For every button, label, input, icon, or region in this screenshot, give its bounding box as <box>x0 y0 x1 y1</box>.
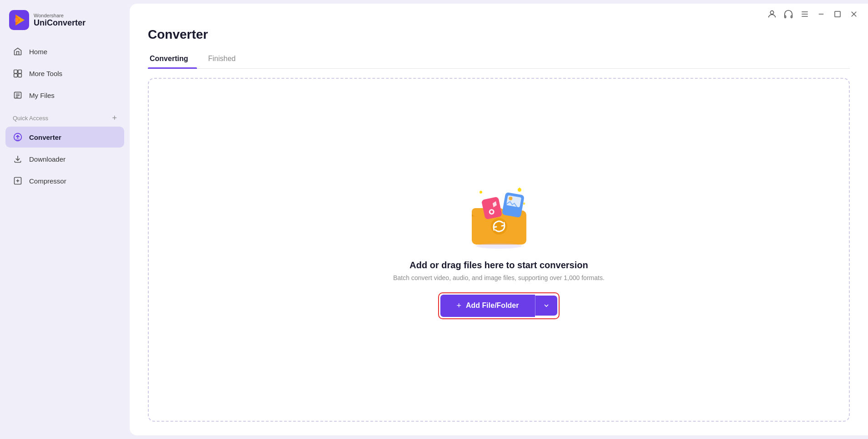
sidebar-nav: Home More Tools <box>0 41 130 191</box>
quick-access-add-button[interactable]: + <box>112 114 117 122</box>
sidebar-item-home-label: Home <box>29 48 47 56</box>
quick-access-section: Quick Access + <box>5 107 124 126</box>
converter-icon <box>13 132 23 142</box>
sidebar-item-my-files-label: My Files <box>29 92 55 99</box>
downloader-icon <box>13 154 23 164</box>
drop-main-text: Add or drag files here to start conversi… <box>409 260 588 271</box>
menu-icon[interactable] <box>800 9 810 19</box>
svg-rect-24 <box>835 11 840 17</box>
title-bar-icons <box>767 9 859 19</box>
my-files-icon <box>13 90 23 100</box>
close-icon[interactable] <box>849 9 859 19</box>
compressor-icon <box>13 176 23 186</box>
add-file-plus-icon: + <box>457 301 462 311</box>
sidebar-item-downloader[interactable]: Downloader <box>5 148 124 169</box>
quick-access-label: Quick Access <box>13 115 48 122</box>
sidebar-item-more-tools-label: More Tools <box>29 70 62 77</box>
chevron-down-icon <box>543 302 550 309</box>
headset-icon[interactable] <box>783 9 793 19</box>
sidebar-item-home[interactable]: Home <box>5 41 124 62</box>
svg-rect-19 <box>791 16 792 18</box>
svg-point-29 <box>523 202 525 204</box>
svg-rect-7 <box>18 74 22 77</box>
sidebar-item-compressor[interactable]: Compressor <box>5 170 124 191</box>
sidebar-item-more-tools[interactable]: More Tools <box>5 63 124 84</box>
main-content: Converter Converting Finished ✦ ✦ <box>130 4 868 435</box>
svg-rect-6 <box>14 74 18 77</box>
sidebar-item-converter[interactable]: Converter <box>5 127 124 148</box>
sidebar: Wondershare UniConverter Home <box>0 0 130 439</box>
drop-illustration: ✦ ✦ <box>463 181 535 249</box>
tab-finished[interactable]: Finished <box>206 50 244 68</box>
add-file-dropdown-button[interactable] <box>535 296 557 316</box>
logo-text: Wondershare UniConverter <box>34 13 86 28</box>
svg-point-41 <box>476 243 522 249</box>
add-file-label: Add File/Folder <box>466 301 519 310</box>
drop-sub-text: Batch convert video, audio, and image fi… <box>393 274 605 281</box>
svg-point-3 <box>14 18 19 22</box>
sidebar-item-converter-label: Converter <box>29 133 61 141</box>
svg-text:✦: ✦ <box>517 186 522 192</box>
logo-top: Wondershare <box>34 13 86 18</box>
logo-area: Wondershare UniConverter <box>0 0 130 41</box>
tab-converting[interactable]: Converting <box>148 50 197 68</box>
maximize-icon[interactable] <box>833 9 843 19</box>
tabs: Converting Finished <box>148 50 850 69</box>
sidebar-item-downloader-label: Downloader <box>29 155 66 163</box>
app-logo-icon <box>9 10 29 30</box>
sidebar-item-compressor-label: Compressor <box>29 177 66 185</box>
svg-rect-4 <box>14 70 18 74</box>
page-header: Converter <box>130 19 868 50</box>
user-profile-icon[interactable] <box>767 9 777 19</box>
drop-zone[interactable]: ✦ ✦ <box>148 78 850 422</box>
svg-point-17 <box>770 11 773 14</box>
svg-rect-5 <box>18 70 22 74</box>
add-file-button-container: + Add File/Folder <box>438 292 560 319</box>
page-title: Converter <box>148 27 850 42</box>
title-bar <box>130 4 868 19</box>
home-icon <box>13 46 23 56</box>
minimize-icon[interactable] <box>816 9 826 19</box>
svg-text:✦: ✦ <box>479 189 483 194</box>
add-file-button[interactable]: + Add File/Folder <box>440 295 535 317</box>
sidebar-item-my-files[interactable]: My Files <box>5 85 124 106</box>
svg-rect-18 <box>785 16 786 18</box>
logo-bottom: UniConverter <box>34 18 86 28</box>
more-tools-icon <box>13 68 23 78</box>
